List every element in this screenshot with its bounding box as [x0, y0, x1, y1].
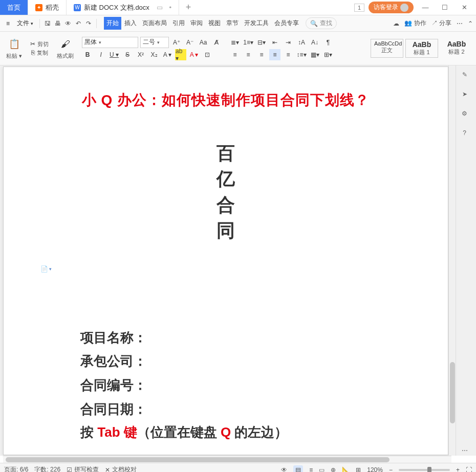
sort-button[interactable]: A↓ — [309, 37, 320, 48]
status-spellcheck[interactable]: ☑ 拼写检查 — [67, 465, 99, 472]
show-marks-button[interactable]: ¶ — [322, 37, 334, 48]
border-char-button[interactable]: ⊡ — [202, 49, 213, 60]
subscript-button[interactable]: X₂ — [148, 49, 160, 60]
format-painter-button[interactable]: 🖌 格式刷 — [54, 37, 77, 60]
tab-overflow-icon[interactable]: ▭ — [157, 4, 163, 11]
font-size-select[interactable]: 二号▾ — [140, 37, 169, 48]
italic-button[interactable]: I — [95, 49, 106, 60]
font-color-button[interactable]: A ▾ — [188, 49, 200, 60]
underline-button[interactable]: U ▾ — [109, 49, 120, 60]
ribbon-tab-insert[interactable]: 插入 — [122, 17, 139, 30]
vertical-scroll-thumb[interactable] — [450, 362, 455, 423]
line-spacing-button[interactable]: ↕≡▾ — [296, 49, 307, 60]
align-justify-button[interactable]: ≡ — [269, 49, 280, 60]
strike-button[interactable]: S — [122, 49, 133, 60]
help-icon[interactable]: ? — [460, 128, 470, 138]
zoom-value[interactable]: 120% — [367, 466, 383, 473]
tab-menu-icon[interactable]: • — [169, 4, 171, 11]
clear-format-icon[interactable]: A̸ — [211, 37, 222, 48]
zoom-slider[interactable] — [399, 469, 450, 471]
view-read-icon[interactable]: ⊕ — [331, 466, 336, 473]
decrease-font-icon[interactable]: A⁻ — [184, 37, 196, 48]
collapse-ribbon-icon[interactable]: ⌃ — [468, 20, 473, 27]
change-case-icon[interactable]: Aa — [198, 37, 209, 48]
tab-document[interactable]: W 新建 DOCX 文档.docx ▭ • — [67, 0, 179, 15]
shading-button[interactable]: ▦▾ — [309, 49, 320, 60]
increase-indent-button[interactable]: ⇥ — [283, 37, 294, 48]
horizontal-scrollbar[interactable] — [3, 456, 451, 463]
copy-icon[interactable]: ⎘ — [31, 49, 35, 56]
save-icon[interactable]: 🖫 — [43, 19, 52, 28]
ribbon-tab-layout[interactable]: 页面布局 — [140, 17, 169, 30]
cut-label[interactable]: 剪切 — [37, 40, 49, 48]
align-right-button[interactable]: ≡ — [256, 49, 267, 60]
scissors-icon[interactable]: ✂ — [30, 40, 35, 48]
increase-font-icon[interactable]: A⁺ — [171, 37, 182, 48]
zoom-in-button[interactable]: + — [456, 466, 460, 473]
hamburger-button[interactable]: ≡ — [3, 20, 13, 27]
search-box[interactable]: 🔍 查找 — [306, 17, 337, 29]
bold-button[interactable]: B — [82, 49, 93, 60]
style-heading1[interactable]: AaBb 标题 1 — [405, 39, 438, 58]
settings-icon[interactable]: ⚙ — [460, 108, 470, 119]
ribbon-tab-chapter[interactable]: 章节 — [224, 17, 241, 30]
pencil-icon[interactable]: ✎ — [460, 70, 470, 80]
align-center-button[interactable]: ≡ — [243, 49, 254, 60]
print-quick-icon[interactable]: 🖶 — [53, 19, 62, 28]
style-normal[interactable]: AaBbCcDd 正文 — [371, 39, 403, 58]
horizontal-scroll-thumb[interactable] — [6, 457, 390, 462]
cursor-icon[interactable]: ➤ — [460, 89, 470, 99]
page-indicator[interactable]: 1 — [354, 4, 364, 12]
bullets-button[interactable]: ≣▾ — [229, 37, 241, 48]
preview-icon[interactable]: 👁 — [63, 19, 73, 28]
status-proof[interactable]: ✕ 文档校对 — [105, 465, 137, 472]
share-button[interactable]: ↗ 分享 — [431, 19, 451, 28]
multilevel-button[interactable]: ⊟▾ — [256, 37, 267, 48]
ruler-icon[interactable]: 📐 — [342, 466, 350, 473]
minimize-button[interactable]: — — [418, 0, 433, 15]
close-button[interactable]: ✕ — [457, 0, 472, 15]
superscript-button[interactable]: X² — [135, 49, 146, 60]
ribbon-tab-vip[interactable]: 会员专享 — [272, 17, 301, 30]
align-left-button[interactable]: ≡ — [229, 49, 241, 60]
borders-button[interactable]: ⊞▾ — [322, 49, 334, 60]
numbering-button[interactable]: 1≡▾ — [243, 37, 254, 48]
new-tab-button[interactable]: + — [179, 0, 198, 15]
ribbon-tab-review[interactable]: 审阅 — [188, 17, 205, 30]
tab-shell[interactable]: ✦ 稻壳 — [28, 0, 67, 15]
zoom-out-button[interactable]: − — [389, 466, 393, 473]
paste-button[interactable]: 📋 粘贴 ▾ — [3, 37, 25, 60]
cloud-icon[interactable]: ☁ — [393, 20, 399, 27]
redo-icon[interactable]: ↷ — [84, 19, 93, 28]
eye-icon[interactable]: 👁 — [281, 466, 287, 473]
zoom-slider-thumb[interactable] — [427, 467, 431, 473]
vertical-scrollbar[interactable] — [448, 65, 456, 456]
ribbon-tab-references[interactable]: 引用 — [170, 17, 187, 30]
view-page-icon[interactable]: ▤ — [293, 465, 303, 473]
copy-label[interactable]: 复制 — [37, 49, 48, 57]
tab-home[interactable]: 首页 — [0, 0, 28, 15]
more-icon[interactable]: ⋯ — [457, 20, 463, 27]
view-web-icon[interactable]: ▭ — [319, 466, 324, 473]
undo-icon[interactable]: ↶ — [74, 19, 83, 28]
decrease-indent-button[interactable]: ⇤ — [269, 37, 280, 48]
ribbon-tab-start[interactable]: 开始 — [104, 17, 121, 30]
page-canvas[interactable]: 小 Q 办公：如何快速制作项目合同下划线？ 百 亿 合 同 📄 ▾ 项目名称： … — [3, 66, 448, 455]
status-page[interactable]: 页面: 6/6 — [4, 465, 28, 472]
collab-button[interactable]: 👥 协作 — [404, 19, 426, 28]
font-family-select[interactable]: 黑体▾ — [82, 37, 138, 48]
style-heading2[interactable]: AaBb 标题 2 — [440, 39, 473, 58]
ribbon-tab-view[interactable]: 视图 — [206, 17, 223, 30]
highlight-button[interactable]: ab ▾ — [175, 49, 186, 60]
maximize-button[interactable]: ☐ — [437, 0, 452, 15]
ribbon-tab-devtools[interactable]: 开发工具 — [242, 17, 271, 30]
fullscreen-icon[interactable]: ⛶ — [466, 466, 472, 473]
login-button[interactable]: 访客登录 — [369, 2, 414, 13]
file-menu[interactable]: 文件▾ — [14, 19, 36, 28]
split-icon[interactable]: ⊞ — [356, 466, 361, 473]
distribute-button[interactable]: ≡ — [283, 49, 294, 60]
font-effect-button[interactable]: A ▾ — [162, 49, 173, 60]
view-outline-icon[interactable]: ≡ — [309, 466, 313, 473]
status-words[interactable]: 字数: 226 — [34, 465, 60, 472]
sidebar-more-icon[interactable]: ⋯ — [460, 445, 470, 456]
